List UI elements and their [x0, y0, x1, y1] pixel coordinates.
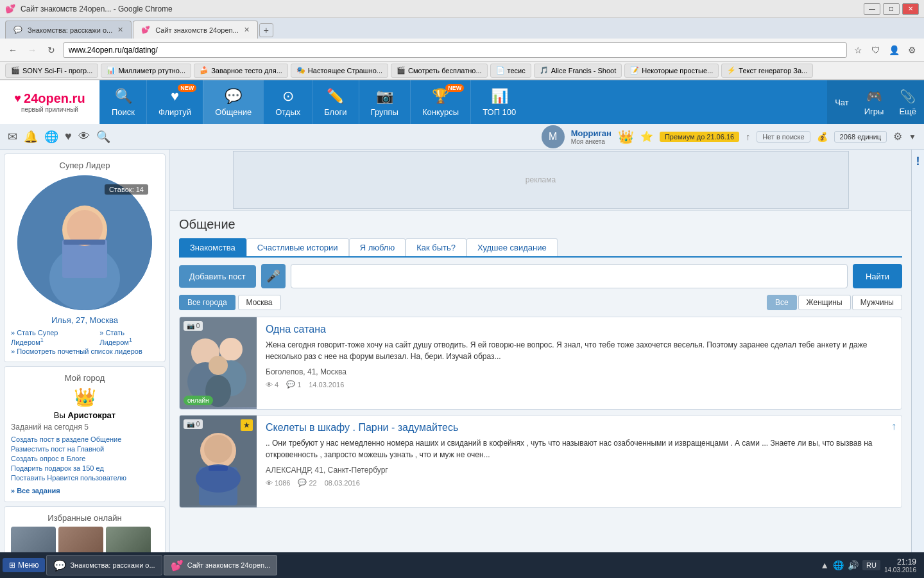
url-input[interactable]	[63, 42, 847, 58]
nav-top100[interactable]: 📊 ТОП 100	[470, 80, 527, 124]
share-icon-2[interactable]: ↑	[891, 421, 896, 432]
tab-2[interactable]: 💕 Сайт знакомств 24open... ✕	[133, 21, 258, 39]
tab-dating[interactable]: Знакомства	[179, 238, 246, 256]
close-button[interactable]: ✕	[902, 3, 919, 15]
tab-howto[interactable]: Как быть?	[406, 238, 466, 256]
eye-icon[interactable]: 👁	[78, 130, 90, 143]
filter-all[interactable]: Все	[767, 295, 797, 310]
nav-flirt[interactable]: NEW ♥ Флиртуй	[146, 80, 203, 124]
ad-banner: реклама	[170, 150, 911, 211]
post-1-views: 👁 4	[266, 381, 278, 389]
city-crown-icon: 👑	[74, 387, 96, 407]
bookmark-tesis[interactable]: 📄 тесис	[490, 64, 531, 78]
search-button[interactable]: Найти	[853, 264, 902, 288]
tray-clock: 21:19 14.03.2016	[884, 557, 916, 574]
nav-groups[interactable]: 📷 Группы	[359, 80, 410, 124]
nav-games[interactable]: 🎮 Игры	[857, 89, 892, 116]
tab-stories[interactable]: Счастливые истории	[246, 238, 349, 256]
nav-search[interactable]: 🔍 Поиск	[99, 80, 146, 124]
post-1-author[interactable]: Боголепов, 41, Москва	[266, 367, 893, 376]
shield-icon[interactable]: 🛡	[869, 43, 883, 57]
bookmark-alice-label: Alice Francis - Shoot	[551, 67, 616, 74]
post-1-image[interactable]: 📷 0 онлайн	[180, 317, 257, 409]
refresh-button[interactable]: ↻	[44, 42, 59, 58]
heart-icon[interactable]: ♥	[65, 130, 72, 143]
dropdown-arrow-icon[interactable]: ▼	[909, 132, 916, 141]
nav-leisure[interactable]: ⊙ Отдых	[263, 80, 312, 124]
back-button[interactable]: ←	[5, 42, 21, 58]
search-input[interactable]	[291, 264, 848, 288]
filter-all-cities[interactable]: Все города	[179, 295, 235, 310]
bookmark-zavarnoe[interactable]: 🍰 Заварное тесто для...	[194, 64, 288, 78]
status-up-icon: ↑	[746, 132, 750, 142]
profile-name[interactable]: Илья, 27, Москва	[11, 315, 158, 325]
globe-icon[interactable]: 🌐	[44, 130, 58, 144]
taskbar-item-2[interactable]: 💕 Сайт знакомств 24open...	[164, 555, 278, 575]
filter-women[interactable]: Женщины	[798, 295, 851, 310]
bookmark-smotret[interactable]: 🎬 Смотреть бесплатно...	[391, 64, 488, 78]
task-3[interactable]: Создать опрос в Блоге	[11, 455, 158, 462]
settings-icon[interactable]: ⚙	[893, 130, 902, 143]
task-4[interactable]: Подарить подарок за 150 ед	[11, 464, 158, 472]
filter-moscow[interactable]: Москва	[238, 295, 281, 310]
bookmark-icon[interactable]: ☆	[851, 43, 865, 57]
start-button[interactable]: ⊞ Меню	[3, 558, 45, 572]
page-title: Общение	[179, 217, 902, 232]
post-2-author[interactable]: АЛЕКСАНДР, 41, Санкт-Петербург	[266, 466, 877, 475]
become-leader-link[interactable]: » Стать Лидером1	[99, 329, 158, 346]
bookmark-sony[interactable]: 🎬 SONY Sci-Fi - прогр...	[5, 64, 98, 78]
bookmark-strash[interactable]: 🎭 Настоящее Страшно...	[291, 64, 388, 78]
tab-2-close[interactable]: ✕	[244, 26, 250, 34]
nav-comm-label: Общение	[215, 107, 252, 117]
chat-label[interactable]: Чат	[827, 98, 857, 107]
bookmark-nekot[interactable]: 📝 Некоторые простые...	[624, 64, 719, 78]
forward-button[interactable]: →	[24, 42, 40, 58]
mail-icon[interactable]: ✉	[8, 130, 17, 144]
bookmark-mm[interactable]: 📊 Миллиметр ртутно...	[101, 64, 191, 78]
search-bar-icon[interactable]: 🔍	[96, 130, 110, 144]
post-2-title[interactable]: Скелеты в шкафу . Парни - задумайтесь	[266, 422, 877, 434]
profile-avatar[interactable]	[17, 175, 152, 310]
lang-button[interactable]: RU	[862, 560, 880, 570]
taskbar-item-1[interactable]: 💬 Знакомства: расскажи о...	[46, 555, 162, 575]
notif-icon[interactable]: 🔔	[24, 130, 38, 144]
tray-arrow-icon[interactable]: ▲	[820, 560, 829, 570]
add-post-button[interactable]: Добавить пост	[179, 265, 256, 288]
post-2-image[interactable]: 📷 0 ★	[180, 416, 257, 507]
mic-button[interactable]: 🎤	[261, 264, 286, 288]
post-1-title[interactable]: Одна сатана	[266, 324, 893, 335]
tab-worst[interactable]: Худшее свидание	[466, 238, 558, 256]
avatar-icon[interactable]: 👤	[887, 43, 901, 57]
settings-icon[interactable]: ⚙	[905, 43, 919, 57]
tab-1-close[interactable]: ✕	[117, 26, 123, 34]
tab-1[interactable]: 💬 Знакомства: расскажи о... ✕	[5, 21, 132, 39]
leaders-list-link[interactable]: » Посмотреть почетный список лидеров	[11, 347, 158, 355]
bookmark-alice[interactable]: 🎵 Alice Francis - Shoot	[534, 64, 622, 78]
logo[interactable]: ♥ 24open.ru первый приличный	[0, 80, 99, 124]
user-info[interactable]: Морриган Моя анкета	[571, 128, 612, 145]
bookmark-tekst[interactable]: ⚡ Текст генератор За...	[721, 64, 813, 78]
post-2-views: 👁 1086	[266, 479, 290, 487]
minimize-button[interactable]: —	[864, 3, 880, 15]
camera-badge-1: 📷 0	[184, 321, 203, 331]
tab-love[interactable]: Я люблю	[349, 238, 406, 256]
maximize-button[interactable]: □	[883, 3, 900, 15]
tray-network-icon[interactable]: 🌐	[833, 560, 844, 570]
nav-comm[interactable]: 💬 Общение	[203, 80, 263, 124]
nav-blog[interactable]: ✏️ Блоги	[312, 80, 358, 124]
task-5[interactable]: Поставить Нравится пользователю	[11, 474, 158, 482]
more-nav-icon: 📎	[900, 89, 916, 104]
tray-volume-icon[interactable]: 🔊	[848, 560, 859, 570]
exclamation-icon: !	[916, 155, 920, 168]
become-super-leader-link[interactable]: » Стать Супер Лидером1	[11, 329, 92, 346]
task-1[interactable]: Создать пост в разделе Общение	[11, 435, 158, 443]
super-leader-section: Супер Лидер Ставок: 14	[4, 153, 166, 362]
filter-men[interactable]: Мужчины	[852, 295, 902, 310]
favorites-title: Избранные онлайн	[11, 513, 158, 523]
task-2[interactable]: Разместить пост на Главной	[11, 445, 158, 453]
nav-contest[interactable]: NEW 🏆 Конкурсы	[410, 80, 470, 124]
new-tab-button[interactable]: +	[259, 23, 273, 37]
nav-more[interactable]: 📎 Ещё	[891, 89, 924, 116]
all-tasks-link[interactable]: » Все задания	[11, 487, 60, 495]
user-avatar[interactable]: M	[542, 125, 565, 148]
